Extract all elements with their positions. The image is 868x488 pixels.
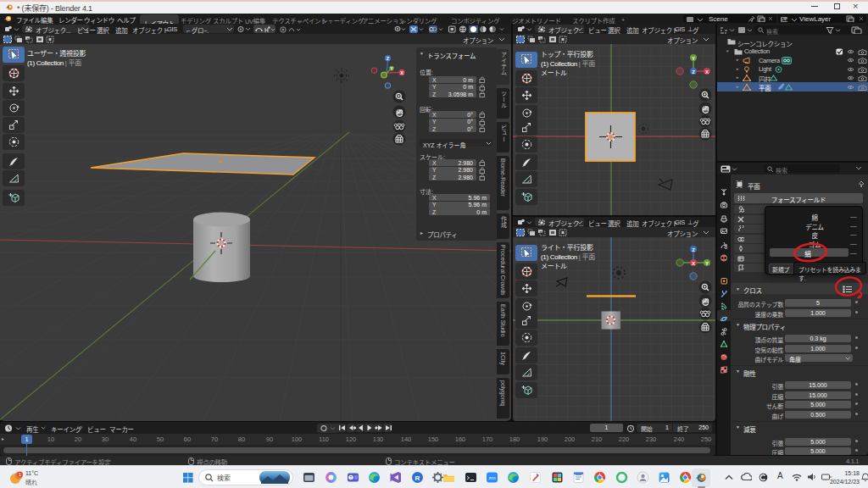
svg-text:160: 160 (455, 435, 466, 443)
svg-text:80: 80 (238, 435, 245, 443)
svg-text:X: X (705, 69, 709, 75)
svg-text:zm: zm (489, 475, 496, 480)
svg-text:60: 60 (184, 435, 191, 443)
svg-text:190: 190 (537, 435, 548, 443)
svg-text:Y: Y (705, 261, 709, 266)
svg-text:240: 240 (674, 435, 685, 443)
svg-text:220: 220 (619, 435, 630, 443)
svg-text:110: 110 (319, 435, 329, 443)
svg-text:250: 250 (701, 435, 712, 443)
svg-text:170: 170 (482, 435, 493, 443)
svg-text:R: R (415, 474, 420, 482)
svg-text:50: 50 (157, 435, 164, 443)
svg-text:20: 20 (75, 435, 81, 443)
svg-text:140: 140 (401, 435, 412, 443)
svg-text:X: X (400, 70, 403, 75)
svg-text:90: 90 (266, 435, 273, 443)
svg-text:T: T (349, 475, 352, 480)
svg-text:Z: Z (692, 247, 695, 252)
svg-text:Z: Z (692, 69, 695, 75)
svg-text:X: X (692, 261, 695, 266)
svg-text:200: 200 (565, 435, 576, 443)
svg-text:180: 180 (509, 435, 520, 443)
svg-text:10: 10 (47, 435, 54, 443)
svg-text:100: 100 (292, 435, 303, 443)
svg-text:130: 130 (373, 435, 384, 443)
svg-text:70: 70 (211, 435, 218, 443)
svg-text:Y: Y (692, 56, 695, 61)
svg-text:210: 210 (592, 435, 603, 443)
svg-text:150: 150 (428, 435, 439, 443)
svg-text:30: 30 (102, 435, 108, 443)
svg-text:120: 120 (346, 435, 357, 443)
svg-text:230: 230 (646, 435, 657, 443)
svg-text:40: 40 (130, 435, 136, 443)
